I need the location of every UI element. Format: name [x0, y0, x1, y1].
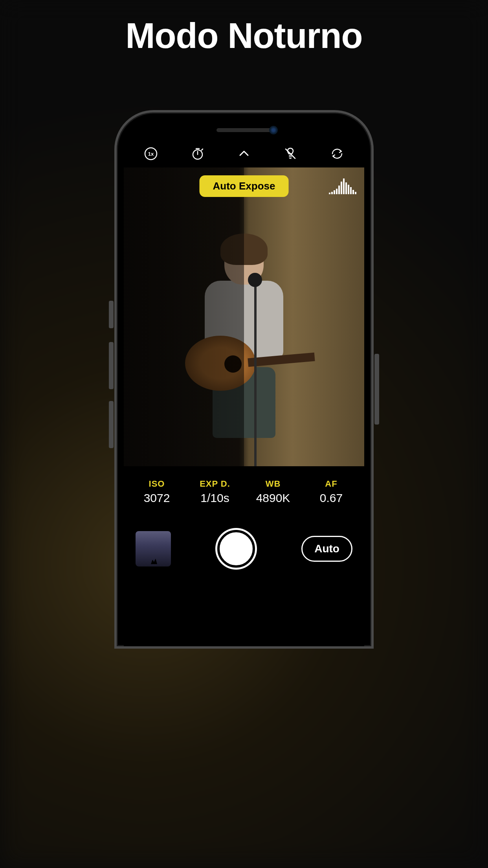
- zoom-1x-icon: 1x: [144, 147, 158, 161]
- param-wb-label: WB: [244, 479, 302, 489]
- histogram-bar: [343, 178, 345, 194]
- histogram-bar: [352, 190, 354, 194]
- top-toolbar: 1x: [124, 140, 364, 167]
- param-exposure-duration[interactable]: EXP D. 1/10s: [186, 479, 244, 505]
- chevron-up-icon: [237, 147, 251, 161]
- comparison-dark-overlay: [124, 167, 244, 466]
- histogram-bar: [355, 192, 356, 194]
- phone-frame: 1x: [114, 110, 374, 649]
- param-autofocus[interactable]: AF 0.67: [302, 479, 360, 505]
- histogram-bar: [345, 182, 347, 194]
- mic-stand: [254, 281, 257, 466]
- param-expd-label: EXP D.: [186, 479, 244, 489]
- param-af-value: 0.67: [302, 491, 360, 505]
- phone-mute-switch: [109, 301, 114, 328]
- histogram-bar: [331, 192, 333, 194]
- histogram-bar: [334, 190, 335, 194]
- param-white-balance[interactable]: WB 4890K: [244, 479, 302, 505]
- flash-off-icon: [283, 147, 297, 161]
- timer-icon: [191, 147, 205, 161]
- phone-volume-up: [109, 342, 114, 389]
- auto-expose-badge[interactable]: Auto Expose: [200, 175, 289, 197]
- phone-front-camera: [269, 126, 278, 134]
- param-expd-value: 1/10s: [186, 491, 244, 505]
- zoom-button[interactable]: 1x: [142, 145, 160, 162]
- flash-button[interactable]: [282, 145, 299, 162]
- param-wb-value: 4890K: [244, 491, 302, 505]
- histogram: [329, 178, 356, 194]
- exposure-params-row: ISO 3072 EXP D. 1/10s WB 4890K AF 0.67: [124, 466, 364, 513]
- param-iso-value: 3072: [128, 491, 186, 505]
- camera-switch-icon: [330, 147, 344, 161]
- param-iso-label: ISO: [128, 479, 186, 489]
- histogram-bar: [341, 182, 342, 194]
- histogram-bar: [348, 185, 349, 194]
- histogram-bar: [350, 187, 352, 194]
- phone-volume-down: [109, 401, 114, 448]
- switch-camera-button[interactable]: [328, 145, 346, 162]
- phone-speaker: [216, 128, 272, 132]
- shutter-button[interactable]: [217, 530, 255, 568]
- camera-app-screen: 1x: [124, 140, 364, 646]
- histogram-bar: [336, 189, 338, 194]
- mode-button[interactable]: Auto: [301, 536, 352, 562]
- svg-text:1x: 1x: [148, 151, 154, 157]
- param-af-label: AF: [302, 479, 360, 489]
- gallery-thumbnail[interactable]: [136, 531, 171, 566]
- expand-controls-button[interactable]: [235, 145, 253, 162]
- microphone: [248, 273, 262, 287]
- viewfinder[interactable]: Auto Expose: [124, 167, 364, 466]
- bottom-toolbar: Auto: [124, 513, 364, 584]
- param-iso[interactable]: ISO 3072: [128, 479, 186, 505]
- histogram-bar: [338, 186, 340, 194]
- timer-button[interactable]: [189, 145, 206, 162]
- phone-power-button: [374, 354, 379, 425]
- headline: Modo Noturno: [0, 16, 488, 56]
- histogram-bar: [329, 193, 330, 194]
